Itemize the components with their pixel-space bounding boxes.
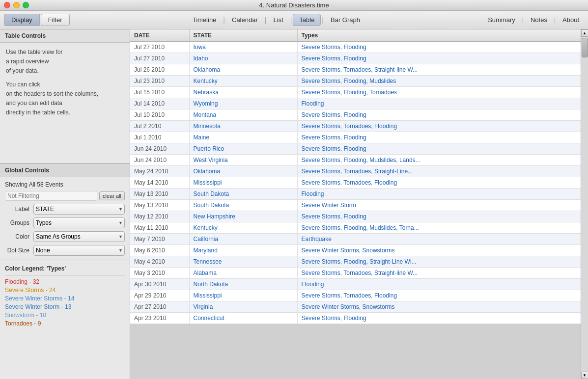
state-link[interactable]: Nebraska — [194, 89, 219, 96]
state-link[interactable]: Kentucky — [194, 78, 218, 84]
filter-input[interactable] — [5, 191, 97, 201]
table-row[interactable]: May 6 2010MarylandSevere Winter Storms, … — [130, 245, 581, 256]
table-row[interactable]: Jul 15 2010NebraskaSevere Storms, Floodi… — [130, 87, 581, 98]
state-link[interactable]: Maine — [194, 134, 210, 141]
table-row[interactable]: May 13 2010South DakotaSevere Winter Sto… — [130, 200, 581, 211]
cell-date[interactable]: Jul 2 2010 — [130, 121, 189, 132]
cell-state[interactable]: Kentucky — [189, 76, 297, 87]
tab-timeline[interactable]: Timeline — [187, 14, 223, 26]
scroll-thumb[interactable] — [582, 38, 588, 57]
cell-date[interactable]: Apr 23 2010 — [130, 313, 189, 324]
cell-state[interactable]: Alabama — [189, 268, 297, 279]
cell-date[interactable]: May 11 2010 — [130, 222, 189, 234]
cell-state[interactable]: Minnesota — [189, 121, 297, 132]
state-link[interactable]: Iowa — [194, 44, 206, 51]
cell-state[interactable]: Virginia — [189, 301, 297, 313]
table-row[interactable]: May 24 2010OklahomaSevere Storms, Tornad… — [130, 166, 581, 177]
cell-date[interactable]: Jul 27 2010 — [130, 53, 189, 64]
state-link[interactable]: Maryland — [194, 247, 218, 254]
state-link[interactable]: Oklahoma — [194, 168, 221, 175]
cell-state[interactable]: Iowa — [189, 42, 297, 53]
state-link[interactable]: Oklahoma — [194, 66, 221, 73]
cell-date[interactable]: May 14 2010 — [130, 177, 189, 189]
state-link[interactable]: North Dakota — [194, 281, 228, 288]
cell-date[interactable]: Apr 29 2010 — [130, 290, 189, 301]
cell-state[interactable]: Maryland — [189, 245, 297, 256]
cell-state[interactable]: South Dakota — [189, 189, 297, 200]
cell-date[interactable]: May 13 2010 — [130, 200, 189, 211]
cell-date[interactable]: May 7 2010 — [130, 234, 189, 245]
tab-bargraph[interactable]: Bar Graph — [325, 14, 366, 26]
table-row[interactable]: Jun 24 2010Puerto RicoSevere Storms, Flo… — [130, 143, 581, 155]
state-link[interactable]: Idaho — [194, 55, 208, 62]
cell-state[interactable]: Tennessee — [189, 256, 297, 268]
state-link[interactable]: South Dakota — [194, 190, 229, 197]
table-row[interactable]: May 11 2010KentuckySevere Storms, Floodi… — [130, 222, 581, 234]
table-row[interactable]: Jul 27 2010IowaSevere Storms, Flooding — [130, 42, 581, 53]
table-row[interactable]: Apr 23 2010ConnecticutSevere Storms, Flo… — [130, 313, 581, 324]
table-row[interactable]: May 14 2010MississippiSevere Storms, Tor… — [130, 177, 581, 189]
groups-select[interactable]: Types STATE Date — [33, 217, 125, 228]
cell-state[interactable]: South Dakota — [189, 200, 297, 211]
cell-date[interactable]: May 3 2010 — [130, 268, 189, 279]
filter-button[interactable]: Filter — [41, 14, 70, 26]
dotsize-select[interactable]: None Small Medium Large — [33, 245, 125, 256]
summary-button[interactable]: Summary — [483, 14, 520, 26]
cell-date[interactable]: May 13 2010 — [130, 189, 189, 200]
label-select[interactable]: STATE Date Types — [33, 204, 125, 215]
cell-state[interactable]: Nebraska — [189, 87, 297, 98]
scroll-down-arrow[interactable]: ▼ — [581, 372, 588, 379]
cell-date[interactable]: Jun 24 2010 — [130, 155, 189, 166]
scrollbar-track[interactable]: ▲ ▼ — [581, 29, 588, 379]
table-row[interactable]: Apr 29 2010MississippiSevere Storms, Tor… — [130, 290, 581, 301]
table-row[interactable]: Jul 26 2010OklahomaSevere Storms, Tornad… — [130, 64, 581, 76]
table-row[interactable]: Jul 10 2010MontanaSevere Storms, Floodin… — [130, 109, 581, 121]
cell-date[interactable]: May 24 2010 — [130, 166, 189, 177]
scroll-up-arrow[interactable]: ▲ — [581, 29, 588, 37]
cell-date[interactable]: May 12 2010 — [130, 211, 189, 222]
state-link[interactable]: Minnesota — [194, 123, 221, 130]
cell-state[interactable]: Puerto Rico — [189, 143, 297, 155]
display-button[interactable]: Display — [4, 14, 40, 26]
state-link[interactable]: New Hampshire — [194, 213, 235, 220]
tab-calendar[interactable]: Calendar — [226, 14, 264, 26]
cell-date[interactable]: Jul 1 2010 — [130, 132, 189, 143]
col-types[interactable]: Types — [297, 29, 581, 42]
cell-state[interactable]: West Virginia — [189, 155, 297, 166]
table-row[interactable]: Apr 30 2010North DakotaFlooding — [130, 279, 581, 290]
cell-state[interactable]: Kentucky — [189, 222, 297, 234]
cell-state[interactable]: California — [189, 234, 297, 245]
state-link[interactable]: Mississippi — [194, 179, 222, 186]
cell-date[interactable]: Jun 24 2010 — [130, 143, 189, 155]
cell-date[interactable]: Jul 15 2010 — [130, 87, 189, 98]
cell-state[interactable]: Connecticut — [189, 313, 297, 324]
table-row[interactable]: May 3 2010AlabamaSevere Storms, Tornadoe… — [130, 268, 581, 279]
cell-state[interactable]: Montana — [189, 109, 297, 121]
cell-state[interactable]: Maine — [189, 132, 297, 143]
table-scroll-area[interactable]: DATE STATE Types Jul 27 2010IowaSevere S… — [130, 29, 581, 379]
maximize-button[interactable] — [23, 2, 29, 8]
state-link[interactable]: South Dakota — [194, 202, 229, 209]
cell-date[interactable]: May 6 2010 — [130, 245, 189, 256]
cell-state[interactable]: Oklahoma — [189, 166, 297, 177]
tab-table[interactable]: Table — [293, 14, 321, 26]
state-link[interactable]: California — [194, 236, 219, 243]
state-link[interactable]: Kentucky — [194, 224, 218, 231]
state-link[interactable]: Alabama — [194, 270, 217, 276]
cell-date[interactable]: May 4 2010 — [130, 256, 189, 268]
cell-state[interactable]: Idaho — [189, 53, 297, 64]
color-select[interactable]: Same As Groups None — [33, 231, 125, 242]
cell-date[interactable]: Apr 27 2010 — [130, 301, 189, 313]
col-date[interactable]: DATE — [130, 29, 189, 42]
cell-date[interactable]: Jul 27 2010 — [130, 42, 189, 53]
table-row[interactable]: May 4 2010TennesseeSevere Storms, Floodi… — [130, 256, 581, 268]
state-link[interactable]: Virginia — [194, 303, 213, 310]
table-row[interactable]: Jul 2 2010MinnesotaSevere Storms, Tornad… — [130, 121, 581, 132]
cell-date[interactable]: Jul 26 2010 — [130, 64, 189, 76]
state-link[interactable]: Puerto Rico — [194, 145, 224, 152]
state-link[interactable]: Connecticut — [194, 315, 224, 322]
table-row[interactable]: Jul 23 2010KentuckySevere Storms, Floodi… — [130, 76, 581, 87]
about-button[interactable]: About — [558, 14, 584, 26]
state-link[interactable]: Montana — [194, 111, 217, 118]
cell-state[interactable]: Mississippi — [189, 177, 297, 189]
